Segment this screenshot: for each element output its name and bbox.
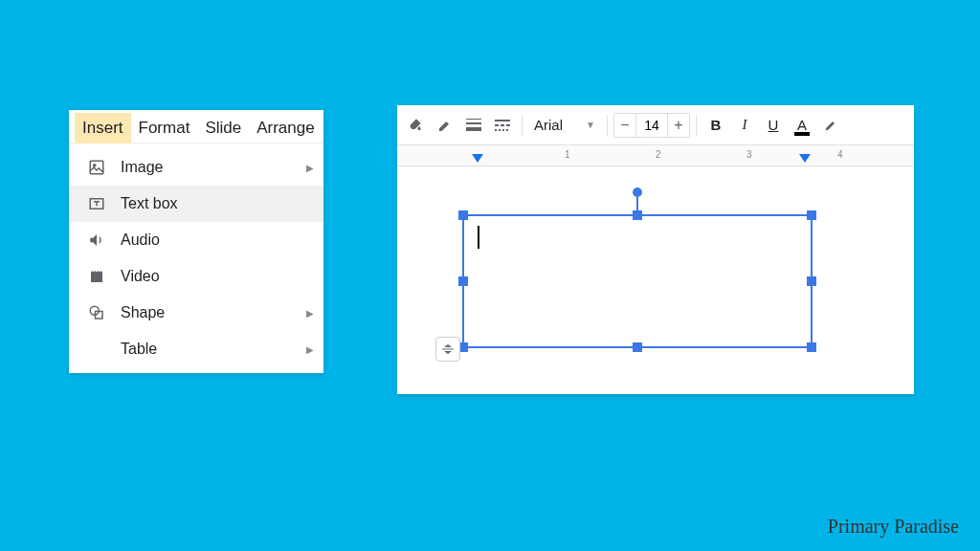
chevron-right-icon: ▶ bbox=[306, 308, 314, 319]
slide-editor-panel: Arial ▼ − 14 + B I U A 1 2 3 4 bbox=[397, 105, 914, 394]
menu-tab-bar: Insert Format Slide Arrange bbox=[69, 110, 323, 143]
ruler-number: 4 bbox=[837, 149, 843, 160]
toolbar-separator bbox=[696, 115, 697, 136]
bold-button[interactable]: B bbox=[702, 112, 729, 139]
indent-marker-right[interactable] bbox=[799, 154, 811, 163]
menu-tab-arrange[interactable]: Arrange bbox=[249, 113, 322, 143]
resize-handle-n[interactable] bbox=[633, 210, 642, 220]
text-color-button[interactable]: A bbox=[789, 112, 815, 139]
border-color-button[interactable] bbox=[432, 112, 458, 139]
svg-rect-10 bbox=[501, 124, 504, 126]
image-icon bbox=[86, 157, 107, 178]
audio-icon bbox=[86, 230, 107, 251]
menu-item-label: Video bbox=[121, 268, 160, 285]
indent-marker-left[interactable] bbox=[472, 154, 483, 163]
font-size-group: − 14 + bbox=[613, 113, 690, 138]
menu-item-video[interactable]: Video bbox=[69, 258, 323, 295]
selected-textbox[interactable] bbox=[462, 214, 813, 348]
watermark-text: Primary Paradise bbox=[828, 516, 959, 538]
rotate-handle[interactable] bbox=[633, 187, 642, 197]
menu-item-image[interactable]: Image ▶ bbox=[69, 149, 323, 186]
autofit-options-button[interactable] bbox=[435, 337, 460, 362]
textbox-icon bbox=[86, 193, 107, 214]
horizontal-ruler[interactable]: 1 2 3 4 bbox=[397, 145, 914, 166]
highlight-button[interactable] bbox=[817, 112, 844, 139]
svg-rect-13 bbox=[499, 129, 501, 131]
resize-handle-e[interactable] bbox=[807, 276, 816, 286]
svg-rect-14 bbox=[502, 129, 504, 131]
ruler-number: 2 bbox=[656, 149, 661, 160]
chevron-right-icon: ▶ bbox=[306, 163, 314, 173]
resize-handle-nw[interactable] bbox=[458, 210, 468, 220]
menu-item-audio[interactable]: Audio bbox=[69, 222, 323, 258]
slide-canvas[interactable] bbox=[397, 166, 914, 394]
menu-item-label: Image bbox=[121, 159, 163, 176]
toolbar-separator bbox=[522, 115, 523, 136]
svg-rect-9 bbox=[495, 124, 499, 126]
menu-item-textbox[interactable]: Text box bbox=[69, 186, 323, 222]
svg-rect-0 bbox=[90, 161, 103, 174]
chevron-down-icon: ▼ bbox=[586, 120, 595, 130]
font-size-increase[interactable]: + bbox=[668, 117, 689, 134]
resize-handle-w[interactable] bbox=[458, 276, 468, 286]
menu-tab-slide[interactable]: Slide bbox=[197, 113, 249, 143]
italic-button[interactable]: I bbox=[731, 112, 758, 139]
svg-rect-6 bbox=[466, 122, 481, 124]
menu-item-label: Text box bbox=[121, 195, 178, 212]
menu-item-shape[interactable]: Shape ▶ bbox=[69, 295, 323, 331]
font-size-decrease[interactable]: − bbox=[614, 117, 635, 134]
border-dash-button[interactable] bbox=[489, 112, 516, 139]
ruler-number: 1 bbox=[565, 149, 570, 160]
svg-rect-8 bbox=[495, 120, 510, 121]
svg-rect-15 bbox=[506, 129, 508, 131]
menu-item-label: Shape bbox=[121, 304, 165, 321]
underline-button[interactable]: U bbox=[760, 112, 787, 139]
shape-icon bbox=[86, 302, 107, 323]
svg-rect-16 bbox=[442, 349, 454, 350]
color-swatch bbox=[794, 132, 810, 136]
insert-menu-items: Image ▶ Text box Audio Video Shape bbox=[69, 143, 323, 373]
menu-item-table[interactable]: Table ▶ bbox=[69, 331, 323, 367]
chevron-right-icon: ▶ bbox=[306, 344, 314, 355]
svg-rect-5 bbox=[466, 119, 481, 120]
svg-rect-11 bbox=[506, 124, 510, 126]
font-name: Arial bbox=[534, 117, 563, 133]
menu-tab-format[interactable]: Format bbox=[131, 113, 198, 143]
font-size-input[interactable]: 14 bbox=[635, 114, 668, 137]
fill-color-button[interactable] bbox=[403, 112, 430, 139]
resize-handle-ne[interactable] bbox=[807, 210, 816, 220]
resize-handle-se[interactable] bbox=[807, 342, 816, 352]
text-cursor bbox=[478, 226, 479, 249]
menu-item-label: Audio bbox=[121, 231, 160, 249]
border-weight-button[interactable] bbox=[460, 112, 487, 139]
formatting-toolbar: Arial ▼ − 14 + B I U A bbox=[397, 105, 914, 145]
svg-rect-12 bbox=[495, 129, 497, 131]
ruler-number: 3 bbox=[746, 149, 752, 160]
resize-handle-s[interactable] bbox=[633, 342, 642, 352]
font-family-select[interactable]: Arial ▼ bbox=[528, 112, 601, 139]
menu-tab-insert[interactable]: Insert bbox=[75, 113, 131, 143]
menu-item-label: Table bbox=[121, 341, 157, 358]
toolbar-separator bbox=[607, 115, 608, 136]
insert-menu-panel: Insert Format Slide Arrange Image ▶ Text… bbox=[69, 110, 323, 373]
table-icon bbox=[86, 339, 107, 360]
video-icon bbox=[86, 266, 107, 287]
svg-rect-7 bbox=[466, 127, 481, 131]
svg-point-1 bbox=[94, 165, 96, 166]
